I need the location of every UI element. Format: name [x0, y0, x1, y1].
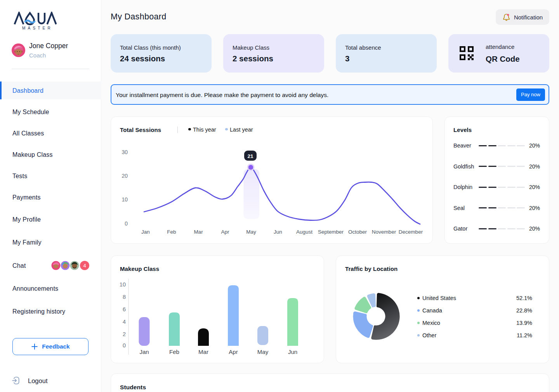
svg-text:21: 21 — [247, 153, 253, 159]
svg-text:4: 4 — [83, 263, 86, 269]
svg-text:MASTER: MASTER — [22, 26, 53, 30]
